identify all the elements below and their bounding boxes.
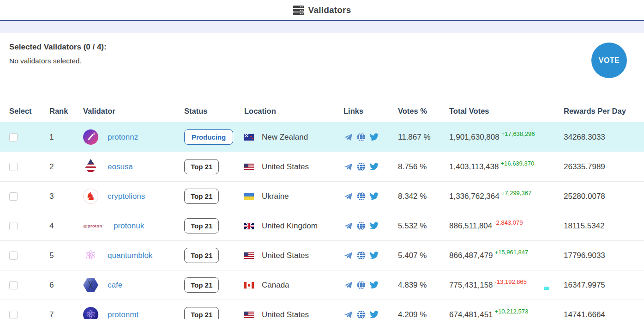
select-checkbox[interactable] (9, 133, 18, 141)
votes-percent-value: 5.407 % (398, 251, 449, 260)
globe-icon[interactable] (356, 132, 366, 142)
rank-value: 7 (47, 310, 83, 319)
country-flag-icon (244, 252, 254, 259)
rewards-value: 25280.0078 (564, 192, 644, 201)
total-votes-value: 866,487,479 (449, 251, 493, 260)
status-badge[interactable]: Top 21 (184, 218, 219, 233)
render-artifact (544, 287, 549, 290)
rewards-value: 16347.9975 (564, 281, 644, 290)
rank-value: 2 (47, 162, 83, 172)
globe-icon[interactable] (356, 221, 366, 231)
select-checkbox[interactable] (9, 252, 18, 260)
col-select-header: Select (9, 107, 47, 116)
twitter-icon[interactable] (369, 162, 379, 172)
validator-link[interactable]: cryptolions (108, 192, 145, 201)
validator-link[interactable]: eosusa (108, 162, 133, 172)
telegram-icon[interactable] (343, 310, 353, 319)
status-badge[interactable]: Top 21 (184, 189, 219, 204)
vote-delta: +16,639,370 (500, 160, 534, 167)
validator-link[interactable]: protonuk (114, 221, 144, 231)
validator-logo-icon (83, 277, 98, 293)
rank-value: 5 (47, 251, 83, 260)
page-title: Validators (308, 5, 351, 15)
validator-logo-icon (83, 248, 98, 263)
validator-link[interactable]: cafe (108, 281, 122, 290)
validator-link[interactable]: protonmt (108, 310, 138, 319)
table-row: 2 eosusa Top 21 United States (0, 152, 644, 181)
votes-percent-value: 5.532 % (398, 221, 449, 231)
validator-link[interactable]: protonnz (108, 133, 138, 142)
status-badge[interactable]: Top 21 (184, 307, 219, 319)
status-badge[interactable]: Top 21 (184, 277, 219, 293)
globe-icon[interactable] (356, 310, 366, 319)
table-row: 1 protonnz Producing New Zealand (0, 122, 644, 152)
twitter-icon[interactable] (369, 310, 379, 319)
country-flag-icon (244, 312, 254, 318)
select-checkbox[interactable] (9, 281, 18, 289)
rewards-value: 34268.3033 (564, 133, 644, 142)
twitter-icon[interactable] (369, 280, 379, 290)
country-name: Canada (262, 281, 289, 290)
country-flag-icon (244, 193, 254, 200)
rewards-value: 26335.7989 (564, 162, 644, 172)
votes-percent-value: 8.342 % (398, 192, 449, 201)
twitter-icon[interactable] (369, 191, 379, 201)
rank-value: 1 (47, 133, 83, 142)
total-votes-value: 1,901,630,808 (449, 133, 500, 142)
select-checkbox[interactable] (9, 311, 18, 319)
validator-logo-icon (83, 189, 98, 204)
country-name: United Kingdom (262, 221, 318, 231)
rank-value: 6 (47, 281, 83, 290)
table-row: 7 protonmt Top 21 United States (0, 300, 644, 319)
validator-link[interactable]: quantumblok (108, 251, 152, 260)
country-name: New Zealand (262, 133, 308, 142)
twitter-icon[interactable] (369, 221, 379, 231)
vote-delta: +10,212,573 (495, 308, 529, 315)
vote-button[interactable]: VOTE (591, 43, 627, 78)
globe-icon[interactable] (356, 251, 366, 260)
table-row: 6 cafe Top 21 Canada (0, 270, 644, 300)
table-header-row: Select Rank Validator Status Location Li… (0, 100, 644, 122)
validator-logo-icon (83, 307, 98, 319)
globe-icon[interactable] (356, 162, 366, 172)
telegram-icon[interactable] (343, 221, 353, 231)
status-badge[interactable]: Top 21 (184, 248, 219, 263)
select-checkbox[interactable] (9, 163, 18, 171)
validator-logo-icon (83, 159, 98, 174)
country-flag-icon (244, 223, 254, 229)
telegram-icon[interactable] (343, 251, 353, 260)
telegram-icon[interactable] (343, 132, 353, 142)
telegram-icon[interactable] (343, 280, 353, 290)
votes-percent-value: 8.756 % (398, 162, 449, 172)
status-badge[interactable]: Top 21 (184, 159, 219, 174)
select-checkbox[interactable] (9, 222, 18, 230)
col-total-votes-header: Total Votes (449, 107, 564, 116)
status-badge[interactable]: Producing (184, 129, 233, 145)
votes-percent-value: 11.867 % (398, 133, 449, 142)
country-name: United States (262, 310, 309, 319)
col-status-header: Status (184, 107, 244, 116)
selected-validators-title: Selected Validators (0 / 4): (9, 43, 107, 52)
twitter-icon[interactable] (369, 251, 379, 260)
col-rank-header: Rank (47, 107, 83, 116)
col-links-header: Links (343, 107, 398, 116)
globe-icon[interactable] (356, 280, 366, 290)
validator-logo-icon (83, 223, 104, 229)
telegram-icon[interactable] (343, 191, 353, 201)
country-name: Ukraine (262, 192, 289, 201)
country-flag-icon (244, 164, 254, 170)
telegram-icon[interactable] (343, 162, 353, 172)
country-name: United States (262, 162, 309, 172)
globe-icon[interactable] (356, 191, 366, 201)
col-location-header: Location (244, 107, 343, 116)
subheader-band (0, 21, 644, 33)
table-row: 4 protonuk Top 21 United Kingdom (0, 211, 644, 240)
country-flag-icon (244, 134, 254, 141)
select-checkbox[interactable] (9, 192, 18, 201)
validators-icon (293, 6, 304, 15)
table-row: 5 quantumblok Top 21 United States (0, 240, 644, 270)
twitter-icon[interactable] (369, 132, 379, 142)
total-votes-value: 1,336,762,364 (449, 192, 500, 201)
total-votes-value: 674,481,451 (449, 310, 493, 319)
col-validator-header: Validator (83, 107, 184, 116)
